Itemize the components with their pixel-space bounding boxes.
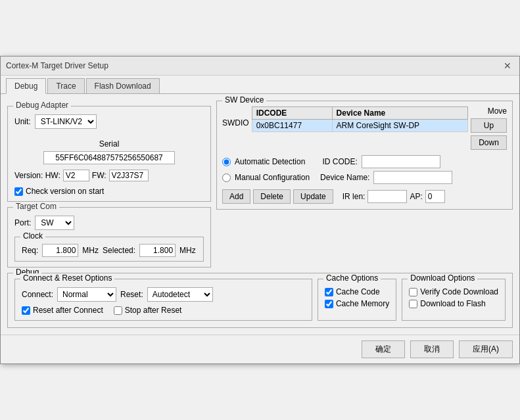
ir-len-input[interactable] bbox=[367, 190, 407, 203]
download-to-flash-row: Download to Flash bbox=[409, 299, 498, 308]
check-version-label: Check version on start bbox=[26, 187, 104, 196]
serial-input[interactable] bbox=[43, 151, 175, 164]
check-version-row: Check version on start bbox=[14, 187, 204, 196]
target-com-group: Target Com Port: SW JTAG Clock Req: bbox=[7, 207, 211, 268]
ap-input[interactable] bbox=[425, 190, 445, 203]
stop-after-reset-label: Stop after Reset bbox=[125, 306, 182, 315]
reset-after-connect-checkbox[interactable] bbox=[22, 306, 30, 315]
clock-title: Clock bbox=[20, 231, 45, 241]
top-grid: Debug Adapter Unit: ST-LINK/V2 ST-LINK/V… bbox=[7, 101, 513, 268]
table-row[interactable]: 0x0BC11477 ARM CoreSight SW-DP bbox=[252, 120, 467, 132]
add-button[interactable]: Add bbox=[222, 189, 250, 204]
close-button[interactable]: ✕ bbox=[501, 60, 514, 71]
debug-adapter-title: Debug Adapter bbox=[13, 101, 71, 110]
req-unit: MHz bbox=[82, 246, 99, 255]
verify-code-label: Verify Code Download bbox=[420, 287, 498, 296]
download-to-flash-checkbox[interactable] bbox=[409, 300, 417, 308]
swdio-label-wrap: SWDIO bbox=[222, 106, 249, 150]
version-label: Version: HW: bbox=[14, 171, 60, 180]
sw-table-wrap: IDCODE Device Name 0x0BC11477 ARM CoreSi bbox=[252, 106, 468, 150]
apply-button[interactable]: 应用(A) bbox=[459, 340, 513, 358]
tab-bar: Debug Trace Flash Download bbox=[1, 76, 519, 94]
right-panel: SW Device SWDIO bbox=[216, 101, 513, 268]
swdio-label: SWDIO bbox=[222, 118, 249, 128]
unit-select[interactable]: ST-LINK/V2 ST-LINK/V3 J-LINK bbox=[35, 114, 97, 129]
automatic-radio[interactable] bbox=[222, 158, 231, 166]
sw-actions: Add Delete Update IR len: AP: bbox=[222, 189, 507, 204]
up-button[interactable]: Up bbox=[471, 118, 507, 133]
cell-device-name: ARM CoreSight SW-DP bbox=[332, 120, 467, 132]
port-row: Port: SW JTAG bbox=[14, 216, 204, 230]
unit-label: Unit: bbox=[14, 117, 31, 126]
id-code-label: ID CODE: bbox=[322, 157, 357, 166]
manual-radio[interactable] bbox=[222, 174, 231, 182]
unit-row: Unit: ST-LINK/V2 ST-LINK/V3 J-LINK bbox=[14, 114, 204, 129]
fw-version-input[interactable] bbox=[109, 170, 149, 181]
cache-code-row: Cache Code bbox=[325, 287, 389, 296]
hw-version-input[interactable] bbox=[63, 170, 89, 181]
sw-device-title: SW Device bbox=[222, 95, 266, 105]
cache-memory-row: Cache Memory bbox=[325, 299, 389, 308]
window-title: Cortex-M Target Driver Setup bbox=[6, 61, 108, 70]
reset-label: Reset: bbox=[120, 290, 143, 299]
version-row: Version: HW: FW: bbox=[14, 170, 204, 181]
port-label: Port: bbox=[14, 218, 31, 227]
cache-code-label: Cache Code bbox=[336, 287, 380, 296]
cache-memory-checkbox[interactable] bbox=[325, 300, 333, 308]
port-select[interactable]: SW JTAG bbox=[35, 216, 74, 230]
clock-group: Clock Req: MHz Selected: MHz bbox=[14, 237, 204, 262]
ir-ap-row: IR len: AP: bbox=[343, 190, 445, 203]
tab-debug[interactable]: Debug bbox=[6, 78, 46, 94]
move-label: Move bbox=[488, 106, 507, 116]
verify-code-checkbox[interactable] bbox=[409, 288, 417, 296]
footer: 确定 取消 应用(A) bbox=[1, 335, 519, 363]
main-content: Debug Adapter Unit: ST-LINK/V2 ST-LINK/V… bbox=[1, 94, 519, 335]
left-panel: Debug Adapter Unit: ST-LINK/V2 ST-LINK/V… bbox=[7, 101, 211, 268]
ap-label: AP: bbox=[410, 192, 422, 201]
debug-inner: Connect & Reset Options Connect: Normal … bbox=[14, 279, 506, 321]
fw-label: FW: bbox=[92, 171, 106, 180]
req-input[interactable] bbox=[42, 244, 78, 257]
ok-button[interactable]: 确定 bbox=[362, 340, 405, 358]
sw-device-left: SWDIO IDCODE Device Name bbox=[222, 106, 507, 204]
main-window: Cortex-M Target Driver Setup ✕ Debug Tra… bbox=[0, 56, 520, 364]
delete-button[interactable]: Delete bbox=[253, 189, 291, 204]
cache-memory-label: Cache Memory bbox=[336, 299, 389, 308]
check-version-checkbox[interactable] bbox=[14, 187, 23, 196]
connect-label: Connect: bbox=[22, 290, 53, 299]
cancel-button[interactable]: 取消 bbox=[410, 340, 454, 358]
connect-select[interactable]: Normal with Pre-reset Under Reset Connec… bbox=[57, 287, 116, 302]
sw-detection: Automatic Detection ID CODE: Manual Conf… bbox=[222, 155, 507, 184]
req-label: Req: bbox=[22, 246, 38, 255]
sw-move-btns: Move Up Down bbox=[471, 106, 507, 150]
cache-code-checkbox[interactable] bbox=[325, 288, 333, 296]
stop-after-reset-row: Stop after Reset bbox=[114, 306, 182, 315]
connect-row: Connect: Normal with Pre-reset Under Res… bbox=[22, 287, 305, 302]
id-code-input[interactable] bbox=[362, 155, 440, 168]
tab-trace[interactable]: Trace bbox=[47, 78, 84, 93]
device-name-input[interactable] bbox=[373, 171, 452, 184]
connect-reset-group: Connect & Reset Options Connect: Normal … bbox=[14, 279, 312, 321]
manual-label: Manual Configuration bbox=[235, 173, 310, 182]
sw-device-group: SW Device SWDIO bbox=[216, 101, 513, 210]
cache-options-group: Cache Options Cache Code Cache Memory bbox=[318, 279, 396, 321]
down-button[interactable]: Down bbox=[471, 135, 507, 150]
download-to-flash-label: Download to Flash bbox=[420, 299, 485, 308]
reset-options-row: Reset after Connect Stop after Reset bbox=[22, 306, 305, 315]
stop-after-reset-checkbox[interactable] bbox=[114, 306, 122, 315]
sw-table: IDCODE Device Name 0x0BC11477 ARM CoreSi bbox=[252, 106, 468, 132]
col-idcode: IDCODE bbox=[252, 107, 332, 120]
cache-options-title: Cache Options bbox=[323, 273, 381, 283]
selected-unit: MHz bbox=[179, 246, 196, 255]
debug-adapter-group: Debug Adapter Unit: ST-LINK/V2 ST-LINK/V… bbox=[7, 106, 211, 202]
manual-detection-row: Manual Configuration Device Name: bbox=[222, 171, 507, 184]
tab-flash-download[interactable]: Flash Download bbox=[86, 78, 160, 93]
selected-input[interactable] bbox=[139, 244, 176, 257]
col-device-name: Device Name bbox=[332, 107, 467, 120]
reset-select[interactable]: Autodetect Software Hardware bbox=[147, 287, 213, 302]
reset-after-connect-label: Reset after Connect bbox=[33, 306, 103, 315]
ir-len-label: IR len: bbox=[343, 192, 366, 201]
automatic-detection-row: Automatic Detection ID CODE: bbox=[222, 155, 507, 168]
update-button[interactable]: Update bbox=[293, 189, 333, 204]
target-com-title: Target Com bbox=[13, 202, 59, 211]
